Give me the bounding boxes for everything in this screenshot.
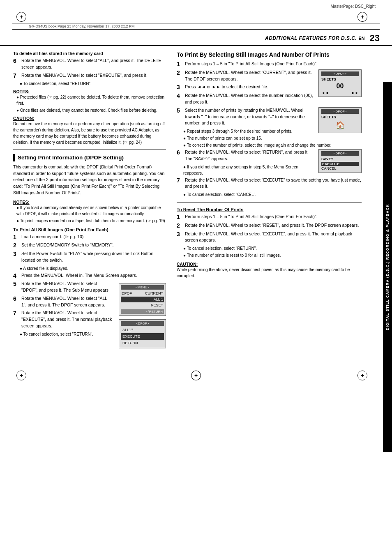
reset-caution-title: CAUTION: [177,262,362,267]
right-step-5: 5 Select the number of prints by rotatin… [177,107,314,127]
dpof-execute: EXECUTE [121,333,164,340]
menu-row-dpof: DPOF CURRENT [121,290,164,296]
steps-5-text: 5 Rotate the MENU/VOL. Wheel to select "… [13,281,113,338]
all-step-text-2: Set the VIDEO/MEMORY Switch to "MEMORY". [21,242,166,249]
menu-all1-value: ALL 1 [154,297,163,302]
all-step-num-7: 7 [13,310,20,317]
dpof2-sheets: SHEETS [321,115,359,119]
step-num-7: 7 [13,72,20,79]
dpof-screen-2: <DPOF> SHEETS 🏠 [318,107,362,133]
top-header: MasterPage: DSC_Right [0,0,392,11]
dpof3-title: <DPOF> [321,151,359,156]
all-step-text-6: Rotate the MENU/VOL. Wheel to select "AL… [21,295,113,309]
right-divider [177,203,362,203]
all-step-text-1: Load a memory card. (☞ pg. 10) [21,234,166,240]
reset-step-num-3: 3 [177,231,183,238]
all-step-num-3: 3 [13,251,20,258]
right-step-num-6: 6 [177,149,183,156]
right-step-num-7: 7 [177,177,183,184]
all-step-7: 7 Rotate the MENU/VOL. Wheel to select "… [13,310,113,329]
dpof1-arrow-right: ►► [351,91,359,95]
setting-notes-title: NOTES: [13,200,166,205]
menu-screen-area: <MENU> DPOF CURRENT ALL 1 R [117,281,166,351]
right-section-title: To Print By Selecting Still Images And N… [177,51,362,58]
reg-mark-bottom-right [357,371,367,380]
all-step-4: 4 Press the MENU/VOL. Wheel in. The Menu… [13,272,166,279]
setting-intro: This camcorder is compatible with the DP… [13,164,166,196]
all-step-6: 6 Rotate the MENU/VOL. Wheel to select "… [13,295,113,309]
menu-screen-title: <MENU> [121,285,164,290]
delete-section: To delete all files stored in the memory… [13,51,166,145]
right-step-6: 6 Rotate the MENU/VOL. Wheel to select "… [177,149,314,162]
reset-title: To Reset The Number Of Prints [177,207,362,212]
right-step-num-2: 2 [177,69,183,76]
all-images-title: To Print All Still Images (One Print For… [13,227,166,232]
dpof2-icon: 🏠 [321,120,359,131]
right-step-1: 1 Perform steps 1 – 5 in "To Print All S… [177,61,362,68]
reset-caution: CAUTION: While performing the above, nev… [177,262,362,279]
delete-title: To delete all files stored in the memory… [13,51,166,56]
delete-note-2: Once files are deleted, they cannot be r… [16,107,166,113]
right-step-3: 3 Press ◄◄ or ►► to select the desired f… [177,84,314,91]
reset-step-num-1: 1 [177,214,183,221]
print-info-bar: GR-D94US.book Page 23 Monday, November 1… [12,23,380,30]
all-step-7b: To cancel selection, select "RETURN". [13,331,113,337]
right-step-text-7: Rotate the MENU/VOL. Wheel to select "EX… [185,177,362,190]
all-step-num-5: 5 [13,281,20,288]
reset-step-3c: The number of prints is reset to 0 for a… [177,252,362,258]
dpof3-save: SAVE? [321,157,359,161]
menu-row-all1: ALL 1 [121,297,164,302]
setting-section: Setting Print Information (DPOF Setting)… [13,154,166,351]
dpof-screen-1: <DPOF> SHEETS 00 ◄◄ ►► [318,69,362,97]
right-step-2-area: <DPOF> SHEETS 00 ◄◄ ►► 2 Rotate the MENU… [177,69,362,107]
right-step-7: 7 Rotate the MENU/VOL. Wheel to select "… [177,177,362,190]
menu-dpof-label: DPOF [122,290,132,296]
dpof1-title: <DPOF> [321,71,359,76]
delete-notes-list: Protected files (☞ pg. 22) cannot be del… [13,94,166,113]
right-step-text-2: Rotate the MENU/VOL. Wheel to select "CU… [185,69,314,83]
delete-notes: NOTES: Protected files (☞ pg. 22) cannot… [13,89,166,113]
all-step-3b: A stored file is displayed. [13,265,166,272]
all-step-5: 5 Rotate the MENU/VOL. Wheel to select "… [13,281,113,294]
right-step-5d: To correct the number of prints, select … [177,142,362,148]
page-wrapper: MasterPage: DSC_Right GR-D94US.book Page… [0,0,392,555]
right-step-5-area: <DPOF> SHEETS 🏠 5 Select the number of p… [177,107,362,149]
right-step-text-4: Rotate the MENU/VOL. Wheel to select the… [185,92,314,106]
all-step-num-1: 1 [13,234,20,241]
right-step-2: 2 Rotate the MENU/VOL. Wheel to select "… [177,69,314,83]
dpof-screen-execute: <DPOF> ALL1? EXECUTE RETURN [119,319,166,349]
reset-step-text-1: Perform steps 1 – 5 in "To Print All Sti… [185,214,362,220]
dpof2-title: <DPOF> [321,109,359,114]
right-step-num-5: 5 [177,107,183,114]
main-content: To delete all files stored in the memory… [0,46,392,356]
dpof-all1: ALL1? [121,327,164,333]
all-step-text-5: Rotate the MENU/VOL. Wheel to select "DP… [21,281,113,294]
reset-step-2: 2 Rotate the MENU/VOL. Wheel to select "… [177,222,362,229]
right-step-7b: To cancel selection, select "CANCEL". [177,191,362,198]
delete-step7-bullet: To cancel deletion, select "RETURN". [13,81,166,87]
right-column: To Print By Selecting Still Images And N… [173,46,370,356]
reset-section: To Reset The Number Of Prints 1 Perform … [177,207,362,279]
dpof1-arrows: ◄◄ ►► [321,91,359,95]
dpof1-num: 00 [321,82,359,90]
right-step-num-3: 3 [177,84,183,91]
menu-return: ⏎RETURN [121,309,164,314]
reset-step-3: 3 Rotate the MENU/VOL. Wheel to select "… [177,231,362,244]
reset-step-num-2: 2 [177,222,183,229]
all-step-num-4: 4 [13,272,20,279]
all-step-num-2: 2 [13,242,20,249]
all-step-num-6: 6 [13,295,20,302]
reg-mark-top-left [16,12,26,22]
right-step-6-area: <DPOF> SAVE? EXECUTE CANCEL 6 Rotate the… [177,149,362,198]
all-step-text-4: Press the MENU/VOL. Wheel in. The Menu S… [21,272,166,279]
all-step-3: 3 Set the Power Switch to "PLAY" while p… [13,251,166,264]
dpof3-cancel: CANCEL [321,166,359,170]
dpof-screen-3: <DPOF> SAVE? EXECUTE CANCEL [318,149,362,173]
right-step-5c: The number of prints can be set up to 15… [177,135,362,141]
menu-screen: <MENU> DPOF CURRENT ALL 1 R [119,283,166,315]
section-header: ADDITIONAL FEATURES FOR D.S.C. EN 23 [0,30,392,46]
right-step-text-5: Select the number of prints by rotating … [185,107,314,127]
all-step-text-7: Rotate the MENU/VOL. Wheel to select "EX… [21,310,113,329]
delete-caution-text: Do not remove the memory card or perform… [13,121,166,145]
setting-note-2: To print images recorded on a tape, firs… [16,218,166,224]
